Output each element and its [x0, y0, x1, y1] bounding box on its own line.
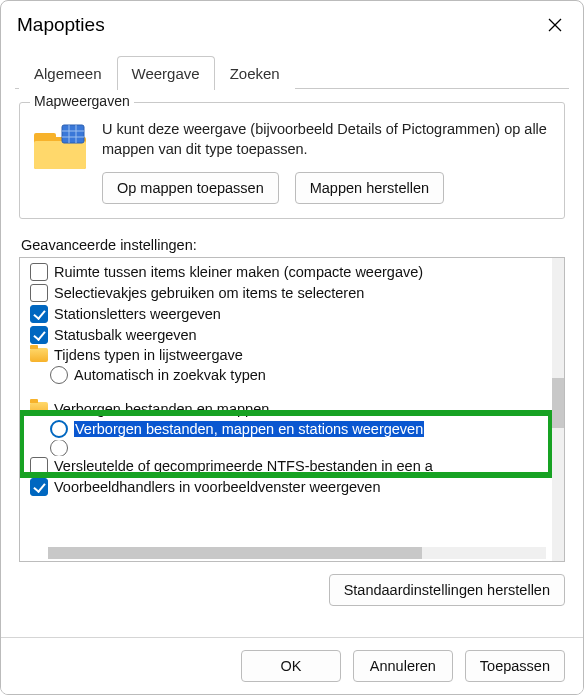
checkbox-encrypted-color[interactable]	[30, 457, 48, 475]
advanced-settings-tree[interactable]: Ruimte tussen items kleiner maken (compa…	[19, 257, 565, 562]
restore-defaults-button[interactable]: Standaardinstellingen herstellen	[329, 574, 565, 606]
tab-search[interactable]: Zoeken	[215, 56, 295, 90]
apply-to-folders-button[interactable]: Op mappen toepassen	[102, 172, 279, 204]
window-title: Mapopties	[17, 14, 105, 36]
svg-rect-3	[34, 133, 56, 141]
folder-views-title: Mapweergaven	[30, 93, 134, 109]
apply-button[interactable]: Toepassen	[465, 650, 565, 682]
folder-options-dialog: Mapopties Algemeen Weergave Zoeken Mapwe…	[0, 0, 584, 695]
ok-button[interactable]: OK	[241, 650, 341, 682]
item-label: Tijdens typen in lijstweergave	[54, 347, 243, 363]
item-label: Verborgen bestanden en mappen	[54, 401, 269, 417]
checkbox-compact-view[interactable]	[30, 263, 48, 281]
folder-icon	[30, 402, 48, 416]
advanced-settings-label: Geavanceerde instellingen:	[21, 237, 565, 253]
item-label: Ruimte tussen items kleiner maken (compa…	[54, 264, 423, 280]
folder-views-desc: U kunt deze weergave (bijvoorbeeld Detai…	[102, 119, 552, 160]
svg-rect-4	[34, 141, 86, 169]
item-label	[74, 440, 78, 456]
item-label-selected: Verborgen bestanden, mappen en stations …	[74, 421, 424, 437]
folder-icon	[30, 348, 48, 362]
checkbox-preview-handlers[interactable]	[30, 478, 48, 496]
item-label: Stationsletters weergeven	[54, 306, 221, 322]
vertical-scrollbar[interactable]	[552, 258, 564, 561]
scrollbar-thumb[interactable]	[48, 547, 422, 559]
checkbox-drive-letters[interactable]	[30, 305, 48, 323]
svg-rect-5	[62, 125, 84, 143]
item-label: Statusbalk weergeven	[54, 327, 197, 343]
folder-icon	[32, 123, 88, 171]
item-label: Automatisch in zoekvak typen	[74, 367, 266, 383]
close-button[interactable]	[541, 11, 569, 39]
horizontal-scrollbar[interactable]	[48, 547, 546, 559]
dialog-footer: OK Annuleren Toepassen	[1, 637, 583, 694]
tab-strip: Algemeen Weergave Zoeken	[1, 45, 583, 90]
item-label: Versleutelde of gecomprimeerde NTFS-best…	[54, 458, 433, 474]
folder-views-group: Mapweergaven U kunt deze weergave (bijvo…	[19, 102, 565, 219]
tab-content: Mapweergaven U kunt deze weergave (bijvo…	[1, 102, 583, 606]
titlebar: Mapopties	[1, 1, 583, 45]
checkbox-statusbar[interactable]	[30, 326, 48, 344]
item-label: Voorbeeldhandlers in voorbeeldvenster we…	[54, 479, 380, 495]
scrollbar-thumb[interactable]	[552, 378, 564, 428]
close-icon	[548, 18, 562, 32]
cancel-button[interactable]: Annuleren	[353, 650, 453, 682]
item-label: Selectievakjes gebruiken om items te sel…	[54, 285, 364, 301]
radio-show-hidden[interactable]	[50, 420, 68, 438]
tab-view[interactable]: Weergave	[117, 56, 215, 90]
reset-folders-button[interactable]: Mappen herstellen	[295, 172, 444, 204]
checkbox-selection-checkboxes[interactable]	[30, 284, 48, 302]
radio-hidden-other[interactable]	[50, 440, 68, 456]
radio-auto-searchbox[interactable]	[50, 366, 68, 384]
tab-general[interactable]: Algemeen	[19, 56, 117, 90]
